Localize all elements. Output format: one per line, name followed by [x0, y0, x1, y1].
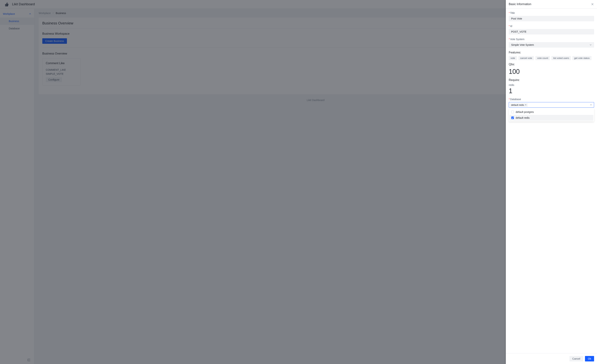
- require-name: redis: [509, 84, 594, 87]
- feature-tag: vote count: [535, 56, 550, 60]
- vote-system-value: Simple Vote System: [511, 43, 534, 46]
- database-select[interactable]: default redis ✕: [509, 102, 594, 108]
- database-dropdown: default postgres default redis: [509, 108, 594, 121]
- feature-tag: get vote status: [572, 56, 591, 60]
- dropdown-item-redis[interactable]: default redis: [510, 115, 593, 121]
- remove-tag-icon[interactable]: ✕: [525, 103, 526, 106]
- database-selected-label: default redis: [511, 103, 524, 106]
- feature-tag: cancel vote: [518, 56, 534, 60]
- qbs-label: Qbs:: [509, 63, 594, 66]
- dropdown-item-postgres[interactable]: default postgres: [510, 109, 593, 115]
- vote-system-label: *Vote System: [509, 38, 594, 41]
- database-selected-tag: default redis ✕: [510, 103, 528, 107]
- chevron-up-icon: [590, 104, 592, 106]
- features-tags: vote cancel vote vote count list voted u…: [509, 56, 594, 60]
- drawer-header: Basic Information: [506, 0, 597, 8]
- title-input[interactable]: [509, 16, 594, 21]
- vote-system-select[interactable]: Simple Vote System: [509, 42, 594, 47]
- form-item-title: *Title: [509, 11, 594, 21]
- close-button[interactable]: [591, 3, 594, 6]
- id-label: *Id: [509, 25, 594, 28]
- ok-button[interactable]: Ok: [585, 356, 594, 361]
- feature-tag: vote: [509, 56, 517, 60]
- form-item-database: *Database default redis ✕ default postgr…: [509, 98, 594, 121]
- qbs-value: 100: [509, 68, 594, 76]
- form-item-id: *Id: [509, 25, 594, 34]
- title-label: *Title: [509, 11, 594, 14]
- checkbox-unchecked: [511, 111, 514, 113]
- require-value: 1: [509, 87, 594, 95]
- close-icon: [591, 3, 594, 5]
- cancel-button[interactable]: Cancel: [569, 356, 583, 361]
- feature-tag: list voted users: [551, 56, 571, 60]
- drawer: Basic Information *Title *Id *Vote Syste…: [506, 0, 597, 364]
- form-item-vote-system: *Vote System Simple Vote System: [509, 38, 594, 47]
- dropdown-label: default postgres: [516, 111, 534, 113]
- drawer-footer: Cancel Ok: [506, 353, 597, 364]
- checkbox-checked: [511, 117, 514, 119]
- require-label: Require:: [509, 79, 594, 82]
- id-input[interactable]: [509, 29, 594, 34]
- drawer-title: Basic Information: [509, 3, 531, 6]
- dropdown-label: default redis: [516, 116, 530, 119]
- features-label: Features:: [509, 51, 594, 54]
- drawer-body: *Title *Id *Vote System Simple Vote Syst…: [506, 8, 597, 353]
- chevron-down-icon: [589, 44, 592, 46]
- database-label: *Database: [509, 98, 594, 101]
